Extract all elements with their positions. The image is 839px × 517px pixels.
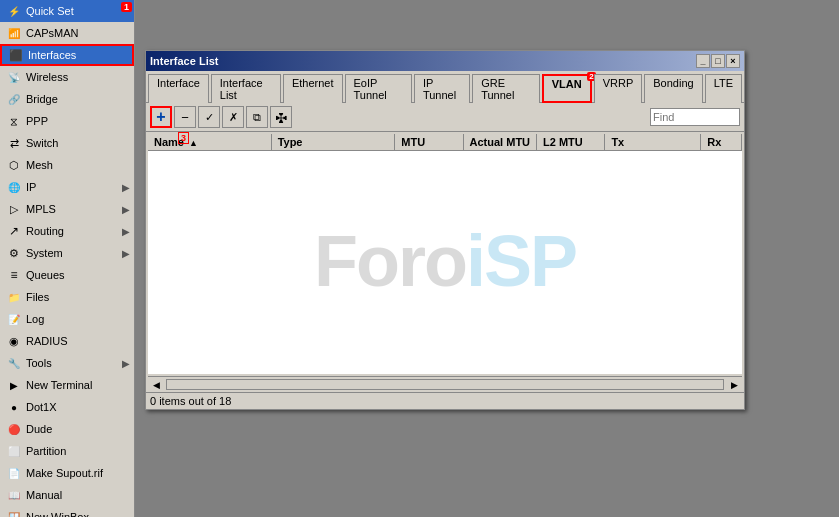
- window-titlebar: Interface List _ □ ×: [146, 51, 744, 71]
- sidebar-item-mesh[interactable]: Mesh: [0, 154, 134, 176]
- sidebar-item-label: Make Supout.rif: [26, 467, 103, 479]
- edit-button[interactable]: ✓: [198, 106, 220, 128]
- window-title: Interface List: [150, 55, 218, 67]
- interface-list-window: Interface List _ □ × Interface Interface…: [145, 50, 745, 410]
- dude-icon: [6, 421, 22, 437]
- scroll-left-button[interactable]: ◀: [148, 377, 164, 392]
- sidebar-item-capsman[interactable]: CAPsMAN: [0, 22, 134, 44]
- sidebar-item-label: New Terminal: [26, 379, 92, 391]
- sidebar-item-label: New WinBox: [26, 511, 89, 517]
- add-button[interactable]: +: [150, 106, 172, 128]
- col-tx[interactable]: Tx: [605, 134, 701, 150]
- col-l2mtu[interactable]: L2 MTU: [537, 134, 605, 150]
- sidebar-item-system[interactable]: System ▶: [0, 242, 134, 264]
- sidebar-item-tools[interactable]: Tools ▶: [0, 352, 134, 374]
- col-rx[interactable]: Rx: [701, 134, 742, 150]
- sidebar-item-radius[interactable]: RADIUS: [0, 330, 134, 352]
- mpls-icon: [6, 201, 22, 217]
- scroll-right-button[interactable]: ▶: [726, 377, 742, 392]
- sidebar-item-bridge[interactable]: Bridge: [0, 88, 134, 110]
- sidebar-item-wireless[interactable]: Wireless: [0, 66, 134, 88]
- horizontal-scrollbar[interactable]: ◀ ▶: [148, 376, 742, 392]
- tab-ethernet[interactable]: Ethernet: [283, 74, 343, 103]
- tab-ip-tunnel[interactable]: IP Tunnel: [414, 74, 470, 103]
- sidebar-item-label: System: [26, 247, 63, 259]
- terminal-icon: [6, 377, 22, 393]
- system-arrow: ▶: [122, 248, 130, 259]
- sidebar-item-label: Manual: [26, 489, 62, 501]
- tab-gre-tunnel[interactable]: GRE Tunnel: [472, 74, 540, 103]
- maximize-button[interactable]: □: [711, 54, 725, 68]
- make-icon: [6, 465, 22, 481]
- sidebar-item-label: RADIUS: [26, 335, 68, 347]
- window-controls: _ □ ×: [696, 54, 740, 68]
- sidebar-item-label: Tools: [26, 357, 52, 369]
- sort-arrow: ▲: [189, 138, 198, 148]
- table-header: Name 3 ▲ Type MTU Actual MTU L2 MTU Tx: [148, 134, 742, 151]
- toolbar: + − ✓ ✗ ⧉ ⧾: [146, 103, 744, 132]
- paste-button[interactable]: ⧉: [246, 106, 268, 128]
- copy-button[interactable]: ✗: [222, 106, 244, 128]
- col-type[interactable]: Type: [272, 134, 396, 150]
- watermark: ForoiSP: [314, 220, 576, 302]
- col-mtu[interactable]: MTU: [395, 134, 463, 150]
- sidebar-item-ip[interactable]: IP ▶: [0, 176, 134, 198]
- files-icon: [6, 289, 22, 305]
- main-area: Interface List _ □ × Interface Interface…: [135, 0, 839, 517]
- scroll-track[interactable]: [166, 379, 724, 390]
- tab-eoip-tunnel[interactable]: EoIP Tunnel: [345, 74, 412, 103]
- sidebar-item-label: Log: [26, 313, 44, 325]
- sidebar-item-interfaces[interactable]: ⬛ Interfaces: [0, 44, 134, 66]
- sidebar-item-new-terminal[interactable]: New Terminal: [0, 374, 134, 396]
- sidebar-item-manual[interactable]: Manual: [0, 484, 134, 506]
- filter-button[interactable]: ⧾: [270, 106, 292, 128]
- sidebar-item-label: Quick Set: [26, 5, 74, 17]
- sidebar: Quick Set 1 CAPsMAN ⬛ Interfaces Wireles…: [0, 0, 135, 517]
- watermark-foro: Foro: [314, 221, 466, 301]
- sidebar-item-label: Routing: [26, 225, 64, 237]
- close-button[interactable]: ×: [726, 54, 740, 68]
- sidebar-item-label: Dude: [26, 423, 52, 435]
- sidebar-item-label: Queues: [26, 269, 65, 281]
- search-box: [650, 108, 740, 126]
- table-body: ForoiSP: [148, 151, 742, 371]
- sidebar-item-quick-set[interactable]: Quick Set 1: [0, 0, 134, 22]
- status-text: 0 items out of 18: [150, 395, 231, 407]
- tab-vlan[interactable]: VLAN 2: [542, 74, 592, 103]
- col-actual-mtu[interactable]: Actual MTU: [464, 134, 538, 150]
- sidebar-item-ppp[interactable]: PPP: [0, 110, 134, 132]
- sidebar-item-switch[interactable]: Switch: [0, 132, 134, 154]
- sidebar-item-label: Partition: [26, 445, 66, 457]
- capsman-icon: [6, 25, 22, 41]
- tab-bonding[interactable]: Bonding: [644, 74, 702, 103]
- tab-vrrp[interactable]: VRRP: [594, 74, 643, 103]
- sidebar-item-routing[interactable]: Routing ▶: [0, 220, 134, 242]
- sidebar-item-dude[interactable]: Dude: [0, 418, 134, 440]
- sidebar-item-mpls[interactable]: MPLS ▶: [0, 198, 134, 220]
- col-name[interactable]: Name 3 ▲: [148, 134, 272, 150]
- sidebar-item-label: Dot1X: [26, 401, 57, 413]
- sidebar-item-label: Mesh: [26, 159, 53, 171]
- search-input[interactable]: [650, 108, 740, 126]
- dot1x-icon: [6, 399, 22, 415]
- log-icon: [6, 311, 22, 327]
- tab-interface[interactable]: Interface: [148, 74, 209, 103]
- minimize-button[interactable]: _: [696, 54, 710, 68]
- interfaces-icon: ⬛: [8, 47, 24, 63]
- sidebar-item-log[interactable]: Log: [0, 308, 134, 330]
- sidebar-item-dot1x[interactable]: Dot1X: [0, 396, 134, 418]
- radius-icon: [6, 333, 22, 349]
- sidebar-item-queues[interactable]: Queues: [0, 264, 134, 286]
- switch-icon: [6, 135, 22, 151]
- tab-interface-list[interactable]: Interface List: [211, 74, 281, 103]
- remove-button[interactable]: −: [174, 106, 196, 128]
- sidebar-item-make-supout[interactable]: Make Supout.rif: [0, 462, 134, 484]
- tab-lte[interactable]: LTE: [705, 74, 742, 103]
- system-icon: [6, 245, 22, 261]
- tabs-container: Interface Interface List Ethernet EoIP T…: [146, 71, 744, 103]
- quickset-icon: [6, 3, 22, 19]
- sidebar-item-files[interactable]: Files: [0, 286, 134, 308]
- sidebar-item-label: Bridge: [26, 93, 58, 105]
- sidebar-item-partition[interactable]: Partition: [0, 440, 134, 462]
- sidebar-item-new-winbox[interactable]: New WinBox: [0, 506, 134, 517]
